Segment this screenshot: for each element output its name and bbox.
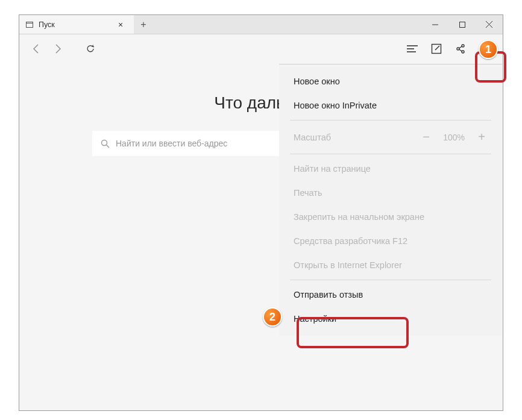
svg-point-11 bbox=[457, 48, 459, 50]
menu-new-window[interactable]: Новое окно bbox=[279, 69, 502, 93]
svg-rect-3 bbox=[459, 22, 465, 27]
new-tab-button[interactable]: + bbox=[134, 15, 153, 34]
back-button[interactable] bbox=[25, 38, 47, 60]
svg-rect-0 bbox=[27, 22, 33, 27]
browser-window: Пуск × + Что дальше Найти или ввести веб… bbox=[19, 14, 503, 411]
webnote-button[interactable] bbox=[424, 37, 448, 61]
menu-pin: Закрепить на начальном экране bbox=[279, 205, 502, 229]
more-button[interactable] bbox=[473, 37, 497, 61]
menu-separator bbox=[290, 154, 491, 154]
zoom-label: Масштаб bbox=[294, 133, 331, 142]
forward-button[interactable] bbox=[47, 38, 69, 60]
zoom-out-button[interactable]: − bbox=[420, 130, 432, 144]
refresh-button[interactable] bbox=[80, 38, 101, 60]
menu-label: Новое окно bbox=[294, 77, 340, 86]
window-controls bbox=[421, 15, 503, 34]
svg-line-10 bbox=[435, 46, 439, 50]
svg-point-17 bbox=[484, 48, 486, 50]
toolbar bbox=[19, 34, 503, 63]
svg-line-20 bbox=[107, 145, 110, 148]
menu-label: Отправить отзыв bbox=[294, 290, 363, 299]
menu-label: Печать bbox=[294, 188, 322, 198]
menu-settings[interactable]: Настройки bbox=[279, 307, 502, 331]
zoom-value: 100% bbox=[443, 133, 465, 142]
menu-label: Средства разработчика F12 bbox=[294, 236, 407, 246]
search-icon bbox=[101, 139, 110, 148]
menu-new-inprivate[interactable]: Новое окно InPrivate bbox=[279, 93, 502, 118]
menu-find: Найти на странице bbox=[279, 157, 502, 181]
search-placeholder: Найти или ввести веб-адрес bbox=[116, 139, 227, 148]
menu-separator bbox=[290, 120, 491, 121]
menu-print: Печать bbox=[279, 181, 502, 205]
tab-page-icon bbox=[25, 20, 34, 29]
menu-feedback[interactable]: Отправить отзыв bbox=[279, 283, 502, 307]
svg-line-15 bbox=[459, 49, 462, 51]
svg-point-12 bbox=[462, 45, 464, 47]
svg-point-19 bbox=[102, 140, 107, 145]
hub-button[interactable] bbox=[400, 37, 424, 61]
titlebar: Пуск × + bbox=[19, 15, 503, 34]
svg-point-18 bbox=[487, 48, 489, 50]
zoom-in-button[interactable]: + bbox=[476, 130, 488, 144]
tab-close-icon[interactable]: × bbox=[113, 20, 128, 30]
menu-label: Новое окно InPrivate bbox=[294, 101, 377, 110]
more-menu: Новое окно Новое окно InPrivate Масштаб … bbox=[279, 64, 502, 336]
menu-label: Открыть в Internet Explorer bbox=[294, 260, 402, 270]
tab-title: Пуск bbox=[39, 20, 113, 29]
menu-devtools: Средства разработчика F12 bbox=[279, 229, 502, 253]
svg-line-14 bbox=[459, 46, 462, 48]
share-button[interactable] bbox=[448, 37, 473, 61]
menu-label: Закрепить на начальном экране bbox=[294, 212, 424, 222]
menu-open-ie: Открыть в Internet Explorer bbox=[279, 253, 502, 277]
svg-point-13 bbox=[462, 51, 464, 53]
minimize-button[interactable] bbox=[421, 15, 448, 34]
menu-separator bbox=[290, 280, 491, 280]
maximize-button[interactable] bbox=[448, 15, 476, 34]
menu-label: Настройки bbox=[294, 314, 336, 324]
menu-zoom: Масштаб − 100% + bbox=[279, 123, 502, 151]
close-button[interactable] bbox=[476, 15, 503, 34]
svg-point-16 bbox=[481, 48, 483, 50]
tab-active[interactable]: Пуск × bbox=[19, 15, 134, 34]
menu-label: Найти на странице bbox=[294, 164, 371, 174]
